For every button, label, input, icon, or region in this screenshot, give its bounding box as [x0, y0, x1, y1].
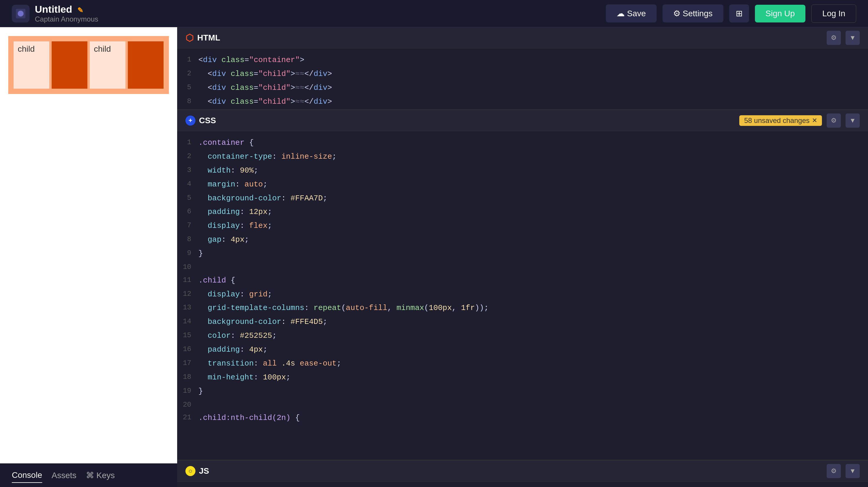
preview-content: child child child child: [0, 27, 177, 487]
brand-title: Untitled ✎: [35, 4, 98, 15]
js-settings-button[interactable]: ⚙: [827, 464, 841, 478]
js-title: JS: [199, 466, 209, 476]
brand-info: Untitled ✎ Captain Anonymous: [35, 4, 98, 23]
brand-logo: [12, 5, 30, 23]
js-icon: ○: [185, 466, 195, 476]
css-panel: + CSS 58 unsaved changes ✕ ⚙ ▼ 1 .contai…: [177, 110, 868, 460]
html-panel-label: ⬡ HTML: [185, 32, 220, 44]
js-panel-label: ○ JS: [185, 466, 209, 476]
html-title: HTML: [197, 33, 220, 42]
css-line-3: 3 width: 90%;: [177, 164, 868, 178]
assets-tab[interactable]: Assets: [52, 468, 76, 483]
save-button[interactable]: ☁ Save: [606, 4, 657, 23]
html-code-editor[interactable]: 1 <div class="container"> 2 <div class="…: [177, 49, 868, 109]
css-line-14: 14 background-color: #FFE4D5;: [177, 315, 868, 329]
console-tab[interactable]: Console: [12, 468, 42, 483]
css-panel-actions: 58 unsaved changes ✕ ⚙ ▼: [739, 113, 860, 128]
css-line-13: 13 grid-template-columns: repeat(auto-fi…: [177, 301, 868, 315]
html-panel-actions: ⚙ ▼: [827, 31, 860, 45]
child-box-1: child: [13, 41, 49, 89]
css-panel-label: + CSS: [185, 116, 216, 125]
html-collapse-button[interactable]: ▼: [845, 31, 860, 45]
css-line-18: 18 min-height: 100px;: [177, 371, 868, 384]
css-collapse-button[interactable]: ▼: [845, 113, 860, 128]
css-line-5: 5 background-color: #FFAA7D;: [177, 192, 868, 205]
child-box-3: child: [90, 41, 125, 89]
html-panel-header: ⬡ HTML ⚙ ▼: [177, 27, 868, 49]
top-navigation: Untitled ✎ Captain Anonymous ☁ Save ⚙ Se…: [0, 0, 868, 27]
css-line-6: 6 padding: 12px;: [177, 205, 868, 219]
css-line-10: 10: [177, 261, 868, 274]
html-line-11: 11 <div class="child">: [177, 109, 868, 109]
child-box-4: child: [128, 41, 163, 89]
keys-tab[interactable]: ⌘ Keys: [86, 468, 115, 483]
css-line-17: 17 transition: all .4s ease-out;: [177, 357, 868, 371]
css-line-16: 16 padding: 4px;: [177, 343, 868, 357]
css-line-15: 15 color: #252525;: [177, 329, 868, 343]
css-line-20: 20: [177, 398, 868, 411]
css-line-1: 1 .container {: [177, 136, 868, 150]
js-panel-header: ○ JS ⚙ ▼: [177, 460, 868, 482]
unsaved-changes-badge: 58 unsaved changes ✕: [739, 115, 822, 126]
brand-subtitle: Captain Anonymous: [35, 15, 98, 23]
css-line-9: 9 }: [177, 247, 868, 261]
html-line-2: 2 <div class="child">≈≈</div>: [177, 67, 868, 81]
code-area: ⬡ HTML ⚙ ▼ 1 <div class="container"> 2 <…: [177, 27, 868, 487]
settings-button[interactable]: ⚙ Settings: [662, 4, 723, 23]
css-settings-button[interactable]: ⚙: [827, 113, 841, 128]
js-panel-actions: ⚙ ▼: [827, 464, 860, 478]
brand-area: Untitled ✎ Captain Anonymous: [12, 4, 606, 23]
bottom-bar: Console Assets ⌘ Keys: [0, 463, 177, 487]
css-line-4: 4 margin: auto;: [177, 178, 868, 192]
js-collapse-button[interactable]: ▼: [845, 464, 860, 478]
brand-title-text: Untitled: [35, 4, 72, 15]
html-line-8: 8 <div class="child">≈≈</div>: [177, 95, 868, 109]
html-icon: ⬡: [185, 32, 194, 44]
css-icon: +: [185, 116, 195, 125]
html-panel: ⬡ HTML ⚙ ▼ 1 <div class="container"> 2 <…: [177, 27, 868, 110]
signup-button[interactable]: Sign Up: [755, 5, 806, 23]
container-preview: child child child child: [8, 36, 169, 94]
close-icon[interactable]: ✕: [812, 117, 817, 124]
login-button[interactable]: Log In: [811, 4, 856, 23]
css-line-2: 2 container-type: inline-size;: [177, 150, 868, 164]
preview-panel: child child child child Console Assets ⌘…: [0, 27, 177, 487]
html-settings-button[interactable]: ⚙: [827, 31, 841, 45]
css-panel-header: + CSS 58 unsaved changes ✕ ⚙ ▼: [177, 110, 868, 131]
css-line-21: 21 .child:nth-child(2n) {: [177, 411, 868, 425]
edit-icon[interactable]: ✎: [78, 6, 83, 14]
css-line-7: 7 display: flex;: [177, 219, 868, 233]
html-line-1: 1 <div class="container">: [177, 53, 868, 67]
html-line-5: 5 <div class="child">≈≈</div>: [177, 81, 868, 95]
css-line-19: 19 }: [177, 384, 868, 398]
main-layout: child child child child Console Assets ⌘…: [0, 27, 868, 487]
css-line-11: 11 .child {: [177, 274, 868, 288]
layout-button[interactable]: ⊞: [729, 4, 749, 23]
js-panel: ○ JS ⚙ ▼: [177, 460, 868, 487]
css-line-12: 12 display: grid;: [177, 288, 868, 302]
nav-actions: ☁ Save ⚙ Settings ⊞ Sign Up Log In: [606, 4, 856, 23]
svg-point-1: [18, 11, 24, 17]
css-title: CSS: [199, 116, 216, 125]
css-code-editor[interactable]: 1 .container { 2 container-type: inline-…: [177, 131, 868, 460]
unsaved-badge-text: 58 unsaved changes: [744, 116, 810, 125]
child-box-2: child: [52, 41, 87, 89]
css-line-8: 8 gap: 4px;: [177, 233, 868, 247]
